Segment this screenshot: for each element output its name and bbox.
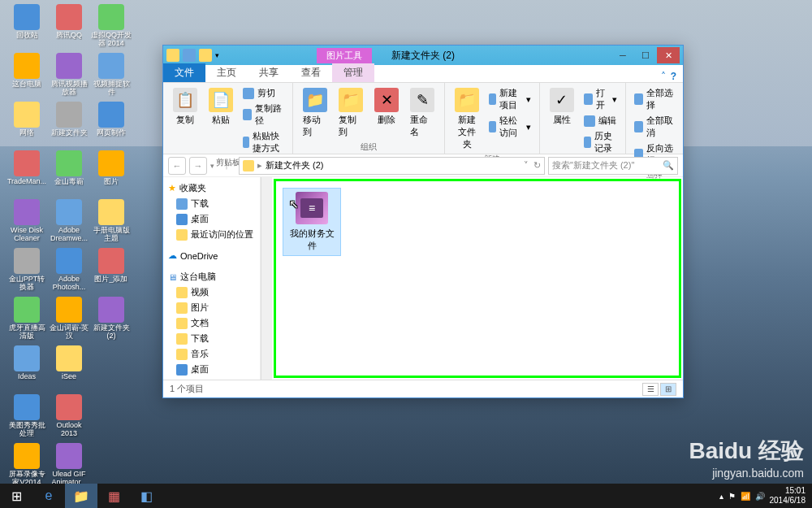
new-folder-button[interactable]: 📁新建 文件夹 bbox=[451, 86, 482, 152]
desktop-icon[interactable]: 网页制作 bbox=[91, 102, 132, 149]
close-button[interactable]: ✕ bbox=[657, 47, 680, 63]
desktop-icon[interactable]: 金山PPT转换器 bbox=[6, 248, 47, 295]
recent-dropdown-icon[interactable]: ▾ bbox=[210, 162, 214, 170]
paste-button[interactable]: 📄 粘贴 bbox=[205, 86, 236, 128]
delete-button[interactable]: ✕删除 bbox=[371, 86, 402, 128]
select-none-button[interactable]: 全部取消 bbox=[633, 114, 676, 140]
desktop-icon[interactable]: Outlook 2013 bbox=[49, 394, 89, 441]
tab-manage[interactable]: 管理 bbox=[332, 63, 374, 82]
desktop-icon[interactable]: 虚拟QQ开发器 2014 bbox=[91, 4, 132, 51]
desktop-icon[interactable]: 回收站 bbox=[6, 4, 47, 51]
properties-button[interactable]: ✓属性 bbox=[546, 86, 577, 128]
tray-network-icon[interactable]: 📶 bbox=[741, 492, 750, 501]
qat-newfolder-icon[interactable] bbox=[199, 49, 212, 62]
desktop-icon[interactable]: 图片 bbox=[91, 150, 132, 198]
desktop-icon[interactable]: 视频捕捉软件 bbox=[91, 53, 132, 100]
desktop-icon[interactable]: 新建文件夹 bbox=[49, 102, 89, 149]
view-details-button[interactable]: ☰ bbox=[642, 383, 659, 396]
desktop-icon[interactable]: Wise Disk Cleaner bbox=[6, 199, 47, 246]
taskbar-ie[interactable]: e bbox=[32, 484, 65, 508]
open-button[interactable]: 打开 ▾ bbox=[582, 86, 619, 112]
nav-recent[interactable]: 最近访问的位置 bbox=[163, 227, 260, 242]
file-item-archive[interactable]: 我的财务文件 ↖ bbox=[283, 188, 341, 256]
desktop-icon[interactable]: 金山词霸-英汉 bbox=[49, 297, 89, 344]
titlebar[interactable]: ▾ 图片工具 新建文件夹 (2) ─ ☐ ✕ bbox=[163, 46, 683, 65]
desktop-icon[interactable]: Adobe Dreamwe... bbox=[49, 199, 89, 246]
copy-button[interactable]: 📋 复制 bbox=[170, 86, 201, 128]
desktop-icon[interactable]: 腾讯QQ bbox=[49, 4, 89, 51]
system-tray[interactable]: ▴ ⚑ 📶 🔊 15:01 2014/6/18 bbox=[719, 486, 813, 506]
minimize-button[interactable]: ─ bbox=[611, 47, 634, 63]
nav-desktop[interactable]: 桌面 bbox=[163, 211, 260, 227]
taskbar-app1[interactable]: ▦ bbox=[97, 484, 130, 508]
tab-home[interactable]: 主页 bbox=[205, 63, 248, 82]
desktop-icon[interactable]: Ideas bbox=[6, 345, 47, 393]
refresh-icon[interactable]: ↻ bbox=[533, 160, 541, 171]
nav-music[interactable]: 音乐 bbox=[163, 346, 260, 362]
tray-flag-icon[interactable]: ⚑ bbox=[728, 492, 736, 501]
forward-button[interactable]: → bbox=[189, 157, 207, 175]
up-button[interactable]: ↑ bbox=[218, 157, 235, 175]
desktop-icon[interactable]: 网络 bbox=[6, 102, 47, 149]
tab-file[interactable]: 文件 bbox=[163, 63, 205, 82]
ribbon-expand-icon[interactable]: ˄ bbox=[661, 71, 666, 82]
desktop-icon[interactable]: 腾讯视频播放器 bbox=[49, 53, 89, 100]
nav-pictures[interactable]: 图片 bbox=[163, 300, 260, 315]
desktop-icon-image bbox=[98, 199, 124, 225]
tab-share[interactable]: 共享 bbox=[248, 63, 290, 82]
desktop-icon[interactable]: TradeMan... bbox=[6, 150, 47, 198]
nav-downloads2[interactable]: 下载 bbox=[163, 331, 260, 346]
nav-documents[interactable]: 文档 bbox=[163, 315, 260, 331]
desktop-icon[interactable]: 图片_添加 bbox=[91, 248, 132, 295]
nav-downloads[interactable]: 下载 bbox=[163, 196, 260, 211]
desktop-icon-label: Ideas bbox=[18, 373, 36, 381]
desktop-icon[interactable]: Adobe Photosh... bbox=[49, 248, 89, 295]
nav-desktop2[interactable]: 桌面 bbox=[163, 362, 260, 377]
tray-clock[interactable]: 15:01 2014/6/18 bbox=[770, 486, 806, 506]
address-dropdown-icon[interactable]: ˅ bbox=[524, 160, 529, 171]
easy-access-button[interactable]: 轻松访问 ▾ bbox=[487, 114, 533, 140]
desktop-icon-label: 金山词霸-英汉 bbox=[49, 324, 89, 341]
nav-thispc[interactable]: 🖥这台电脑 bbox=[163, 269, 260, 284]
tray-up-icon[interactable]: ▴ bbox=[719, 492, 723, 501]
address-bar[interactable]: ▸ 新建文件夹 (2) ˅ ↻ bbox=[239, 157, 545, 175]
back-button[interactable]: ← bbox=[168, 157, 186, 175]
qat-dropdown-icon[interactable]: ▾ bbox=[215, 51, 219, 59]
select-all-button[interactable]: 全部选择 bbox=[633, 86, 676, 112]
desktop-icon[interactable]: 美图秀秀批处理 bbox=[6, 394, 47, 441]
history-button[interactable]: 历史记录 bbox=[582, 129, 619, 155]
new-item-button[interactable]: 新建项目 ▾ bbox=[487, 86, 533, 112]
copy-path-button[interactable]: 复制路径 bbox=[241, 102, 286, 128]
tab-view[interactable]: 查看 bbox=[290, 63, 332, 82]
desktop-icon-label: 虎牙直播高清版 bbox=[6, 324, 47, 341]
taskbar-explorer[interactable]: 📁 bbox=[65, 484, 97, 508]
edit-button[interactable]: 编辑 bbox=[582, 114, 619, 128]
copy-to-button[interactable]: 📁复制到 bbox=[335, 86, 366, 140]
qat-properties-icon[interactable] bbox=[183, 49, 196, 62]
paste-shortcut-button[interactable]: 粘贴快捷方式 bbox=[241, 129, 286, 155]
nav-onedrive[interactable]: ☁OneDrive bbox=[163, 249, 260, 263]
move-to-button[interactable]: 📁移动到 bbox=[300, 86, 330, 140]
desktop-icon[interactable]: iSee bbox=[49, 345, 89, 393]
desktop-icon[interactable]: 金山毒霸 bbox=[49, 150, 89, 198]
help-icon[interactable]: ? bbox=[671, 71, 676, 82]
tray-volume-icon[interactable]: 🔊 bbox=[755, 492, 765, 501]
search-input[interactable]: 搜索"新建文件夹 (2)" 🔍 bbox=[548, 157, 678, 175]
desktop-icon[interactable]: 新建文件夹(2) bbox=[91, 297, 132, 344]
cut-button[interactable]: 剪切 bbox=[241, 86, 286, 100]
rename-button[interactable]: ✎重命名 bbox=[407, 86, 438, 140]
desktop-icon[interactable]: 虎牙直播高清版 bbox=[6, 297, 47, 344]
nav-favorites[interactable]: ★收藏夹 bbox=[163, 180, 260, 196]
maximize-button[interactable]: ☐ bbox=[634, 47, 657, 63]
desktop-icon-label: Adobe Photosh... bbox=[49, 276, 89, 292]
desktop-icon[interactable]: 这台电脑 bbox=[6, 53, 47, 100]
nav-videos[interactable]: 视频 bbox=[163, 284, 260, 300]
nav-scrollbar[interactable] bbox=[261, 177, 272, 380]
file-list-area[interactable]: 我的财务文件 ↖ bbox=[274, 179, 681, 378]
taskbar-app2[interactable]: ◧ bbox=[130, 484, 162, 508]
view-icons-button[interactable]: ⊞ bbox=[660, 383, 676, 396]
start-button[interactable]: ⊞ bbox=[0, 484, 32, 508]
desktop-icon-image bbox=[56, 102, 82, 128]
desktop-icon[interactable]: 手册电脑版主题 bbox=[91, 199, 132, 246]
desktop-icon-image bbox=[98, 150, 124, 176]
